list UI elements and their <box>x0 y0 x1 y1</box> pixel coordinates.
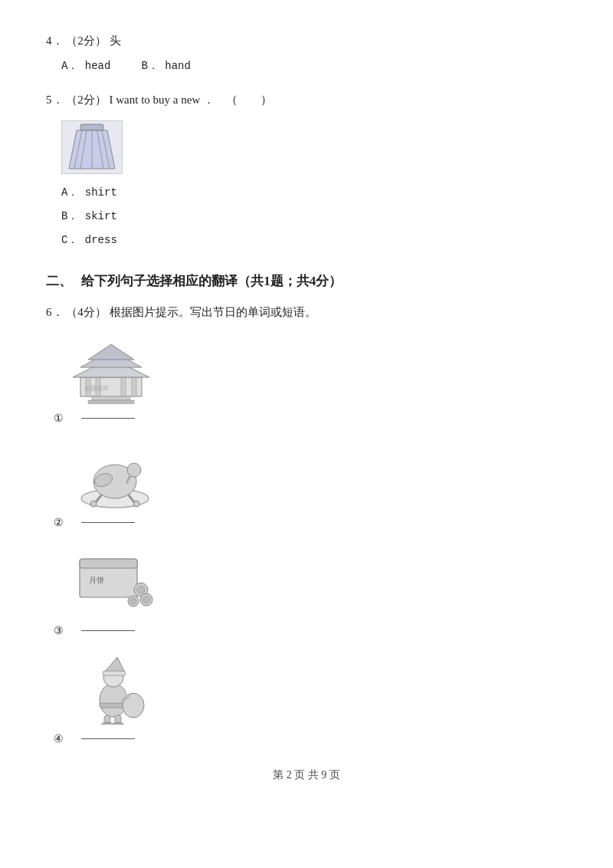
q6-item-4: ④ <box>46 656 567 745</box>
svg-point-24 <box>133 501 139 507</box>
q6-answer-line-1[interactable] <box>81 418 135 419</box>
q4-option-a[interactable]: A． head <box>61 59 110 73</box>
section-2-title: 给下列句子选择相应的翻译（共1题；共4分） <box>81 274 342 288</box>
svg-rect-40 <box>103 671 126 676</box>
q6-numbered-2: ② <box>54 516 567 529</box>
footer-text: 第 2 页 共 9 页 <box>273 769 340 781</box>
svg-point-36 <box>130 598 136 604</box>
q5-title: 5． （2分） I want to buy a new ． （ ） <box>46 90 567 111</box>
svg-point-25 <box>127 463 141 477</box>
q6-circle-1: ① <box>54 412 69 425</box>
q6-points: （4分） <box>66 306 107 318</box>
svg-rect-0 <box>80 124 103 130</box>
svg-text:月饼: 月饼 <box>89 576 104 584</box>
skirt-image <box>61 120 123 174</box>
q5-image-container <box>61 120 567 174</box>
svg-point-22 <box>90 501 97 507</box>
santa-svg <box>75 656 152 725</box>
q5-text: I want to buy a new <box>110 94 201 106</box>
page-footer: 第 2 页 共 9 页 <box>46 768 567 782</box>
question-4: 4． （2分） 头 A． head B． hand <box>46 31 567 73</box>
svg-rect-16 <box>92 396 130 400</box>
question-6: 6． （4分） 根据图片提示。写出节日的单词或短语。 <box>46 302 567 745</box>
svg-rect-11 <box>121 377 126 396</box>
section-2-number: 二、 <box>46 274 72 288</box>
q6-item-2: ② <box>46 443 567 529</box>
q4-option-b[interactable]: B． hand <box>141 59 190 73</box>
svg-point-45 <box>112 722 124 725</box>
svg-point-44 <box>101 722 113 725</box>
q6-answer-line-4[interactable] <box>81 738 135 739</box>
turkey-svg <box>77 443 153 508</box>
q6-circle-4: ④ <box>54 732 69 745</box>
q6-answer-line-2[interactable] <box>81 522 135 523</box>
svg-rect-12 <box>132 377 136 396</box>
svg-point-34 <box>143 596 150 603</box>
q6-circle-2: ② <box>54 516 69 529</box>
q5-number: 5． <box>46 94 64 106</box>
q6-img-3: 月饼 <box>74 547 567 620</box>
q5-suffix: ． （ ） <box>203 94 272 107</box>
q4-options: A． head B． hand <box>61 59 567 73</box>
q6-circle-3: ③ <box>54 624 69 637</box>
q6-img-1: 新题题库 <box>69 335 567 407</box>
q6-numbered-1: ① <box>54 412 567 425</box>
svg-point-32 <box>137 586 145 593</box>
q6-item-3: 月饼 ③ <box>46 547 567 637</box>
q4-text: 头 <box>110 35 121 47</box>
q6-img-4 <box>75 656 567 728</box>
q6-numbered-4: ④ <box>54 732 567 745</box>
q6-title: 6． （4分） 根据图片提示。写出节日的单词或短语。 <box>46 302 567 323</box>
svg-rect-29 <box>80 559 137 568</box>
q5-option-a[interactable]: A． shirt <box>61 183 567 202</box>
q5-option-b[interactable]: B． skirt <box>61 207 567 226</box>
q6-numbered-3: ③ <box>54 624 567 637</box>
q6-img-2 <box>77 443 567 511</box>
section-2-header: 二、 给下列句子选择相应的翻译（共1题；共4分） <box>46 272 567 290</box>
question-5: 5． （2分） I want to buy a new ． （ ） <box>46 90 567 251</box>
svg-text:新题题库: 新题题库 <box>84 385 109 392</box>
q4-points: （2分） <box>66 35 107 47</box>
q6-text: 根据图片提示。写出节日的单词或短语。 <box>110 306 316 318</box>
svg-marker-39 <box>104 657 125 672</box>
q6-answer-line-3[interactable] <box>81 630 135 631</box>
q4-title: 4． （2分） 头 <box>46 31 567 51</box>
temple-svg: 新题题库 <box>69 335 153 404</box>
q5-points: （2分） <box>66 94 107 106</box>
svg-marker-15 <box>88 344 134 360</box>
q6-number: 6． <box>46 306 64 318</box>
q6-item-1: 新题题库 ① <box>46 335 567 425</box>
q5-option-c[interactable]: C． dress <box>61 231 567 250</box>
svg-rect-17 <box>88 400 134 404</box>
mooncake-svg: 月饼 <box>74 547 158 616</box>
skirt-svg <box>65 123 119 173</box>
q4-number: 4． <box>46 35 64 47</box>
